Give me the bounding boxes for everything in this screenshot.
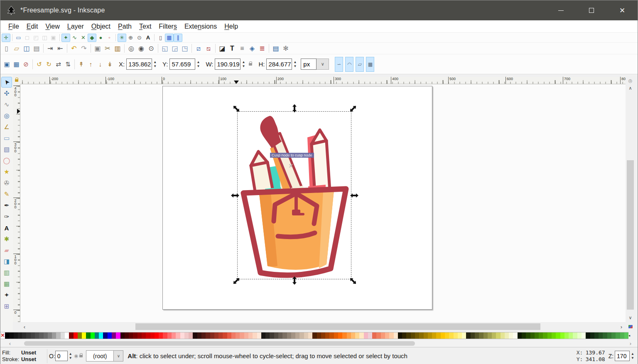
color-swatch[interactable] [329, 332, 334, 339]
text-dialog-button[interactable]: T [227, 44, 237, 54]
mesh-gradient-tool[interactable]: ▦ [1, 278, 12, 289]
scroll-left-arrow[interactable]: ‹ [20, 322, 29, 331]
color-swatch[interactable] [274, 332, 278, 339]
color-swatch[interactable] [291, 332, 295, 339]
color-swatch[interactable] [351, 332, 355, 339]
scroll-down-arrow[interactable]: ∨ [626, 314, 635, 321]
palette-scrollbar[interactable]: ‹ › [0, 340, 638, 347]
color-swatch[interactable] [159, 332, 163, 339]
scale-handle-right[interactable] [350, 193, 358, 198]
lower-to-bottom-button[interactable]: ↡ [105, 60, 115, 69]
color-swatch[interactable] [359, 332, 363, 339]
color-swatch[interactable] [355, 332, 359, 339]
pencil-cup-drawing[interactable] [238, 112, 352, 280]
vertical-scrollbar[interactable]: ◎ ∧ ∨ [626, 77, 635, 322]
select-all-layers-button[interactable]: ▦ [12, 60, 21, 69]
color-swatch[interactable] [142, 332, 146, 339]
menu-path[interactable]: Path [114, 22, 135, 32]
group-objects-button[interactable]: ⧄ [194, 44, 204, 54]
color-swatch[interactable] [594, 332, 599, 339]
menu-view[interactable]: View [42, 22, 63, 32]
color-swatch[interactable] [91, 332, 95, 339]
scroll-right-arrow[interactable]: › [617, 322, 626, 331]
copy-button[interactable]: ▣ [93, 44, 103, 54]
color-swatch[interactable] [9, 332, 13, 339]
unlink-clone-button[interactable]: ◳ [180, 44, 190, 54]
color-swatch[interactable] [586, 332, 590, 339]
raise-button[interactable]: ↑ [86, 60, 96, 69]
color-swatch[interactable] [488, 332, 492, 339]
color-swatch[interactable] [509, 332, 513, 339]
color-swatch[interactable] [295, 332, 299, 339]
color-swatch[interactable] [501, 332, 505, 339]
color-swatch[interactable] [372, 332, 376, 339]
selector-tool[interactable]: ➤ [1, 77, 12, 88]
menu-object[interactable]: Object [88, 22, 114, 32]
color-swatch[interactable] [22, 332, 26, 339]
color-swatch[interactable] [231, 332, 236, 339]
quick-zoom-icon[interactable]: ◎ [626, 77, 635, 84]
color-swatch[interactable] [48, 332, 52, 339]
color-swatch[interactable] [513, 332, 517, 339]
color-swatch[interactable] [441, 332, 445, 339]
color-swatch[interactable] [257, 332, 261, 339]
scale-handle-left[interactable] [231, 193, 239, 198]
dropper-tool[interactable]: ✦ [1, 290, 12, 300]
color-swatch[interactable] [270, 332, 274, 339]
selection-bounding-box[interactable]: Cusp node to cusp node ✕ [237, 111, 351, 279]
measure-tool[interactable]: ∠ [1, 122, 12, 132]
color-swatch[interactable] [334, 332, 338, 339]
color-swatch[interactable] [65, 332, 69, 339]
color-swatch[interactable] [402, 332, 406, 339]
color-swatch[interactable] [99, 332, 103, 339]
document-properties-button[interactable]: ▤ [271, 44, 281, 54]
eraser-tool[interactable]: ▰ [1, 245, 12, 256]
color-swatch[interactable] [116, 332, 120, 339]
y-spinner[interactable]: ▲▼ [196, 60, 201, 68]
calligraphy-tool[interactable]: ✑ [1, 211, 12, 222]
opacity-spinner[interactable]: ▲▼ [68, 352, 73, 360]
color-swatch[interactable] [95, 332, 99, 339]
color-swatch[interactable] [312, 332, 317, 339]
color-swatch[interactable] [61, 332, 65, 339]
color-swatch[interactable] [582, 332, 586, 339]
color-swatch[interactable] [560, 332, 564, 339]
opacity-input[interactable]: 0 [55, 351, 68, 361]
color-swatch[interactable] [227, 332, 231, 339]
color-swatch[interactable] [129, 332, 133, 339]
color-swatch[interactable] [26, 332, 30, 339]
zoom-spinner[interactable]: ▲▼ [630, 352, 635, 360]
color-swatch[interactable] [31, 332, 35, 339]
color-swatch[interactable] [543, 332, 547, 339]
lock-ratio-icon[interactable] [249, 63, 252, 66]
color-swatch[interactable] [137, 332, 142, 339]
undo-button[interactable]: ↶ [69, 44, 79, 54]
color-swatch[interactable] [436, 332, 440, 339]
color-swatch[interactable] [415, 332, 419, 339]
snap-to-paths-button[interactable]: ∿ [70, 34, 79, 42]
color-swatch[interactable] [505, 332, 509, 339]
color-swatch[interactable] [547, 332, 552, 339]
color-swatch[interactable] [44, 332, 48, 339]
color-swatch[interactable] [18, 332, 22, 339]
color-swatch[interactable] [125, 332, 129, 339]
h-spinner[interactable]: ▲▼ [292, 60, 297, 68]
color-swatch[interactable] [39, 332, 43, 339]
ungroup-objects-button[interactable]: ⧅ [204, 44, 213, 54]
color-swatch[interactable] [218, 332, 223, 339]
color-swatch[interactable] [590, 332, 594, 339]
x-input[interactable]: 135.862 [126, 59, 152, 70]
color-swatch[interactable] [539, 332, 543, 339]
color-swatch[interactable] [248, 332, 253, 339]
color-swatch[interactable] [299, 332, 304, 339]
color-swatch[interactable] [163, 332, 167, 339]
color-swatch[interactable] [112, 332, 116, 339]
current-layer-value[interactable]: (root) [86, 350, 113, 362]
color-swatch[interactable] [223, 332, 227, 339]
color-swatch[interactable] [189, 332, 193, 339]
spray-tool[interactable]: ✱ [1, 234, 12, 244]
color-swatch[interactable] [265, 332, 270, 339]
color-swatch[interactable] [201, 332, 206, 339]
color-swatch[interactable] [603, 332, 607, 339]
snap-guides-button[interactable]: ∥ [174, 34, 182, 42]
